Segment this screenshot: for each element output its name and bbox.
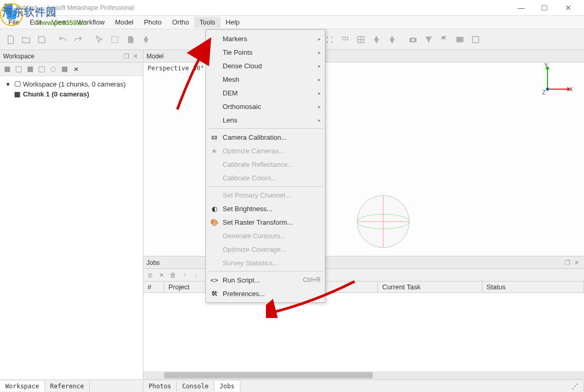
menu-set-raster-transform[interactable]: 🎨Set Raster Transform...: [206, 215, 325, 229]
menu-set-brightness[interactable]: ◐Set Brightness...: [206, 202, 325, 215]
menu-file[interactable]: File: [3, 17, 25, 28]
ws-tool-5[interactable]: [48, 64, 58, 75]
ws-tool-3[interactable]: [25, 64, 35, 75]
menu-preferences[interactable]: 🛠Preferences...: [206, 287, 325, 300]
view-solid-button[interactable]: [369, 32, 384, 47]
tree-chunk-label: Chunk 1 (0 cameras): [23, 90, 89, 98]
tree-root-label: Workspace (1 chunks, 0 cameras): [23, 80, 126, 88]
tab-photos[interactable]: Photos: [143, 381, 177, 391]
view-mesh-button[interactable]: [354, 32, 368, 47]
palette-icon: 🎨: [210, 218, 218, 226]
pointer-tool[interactable]: [92, 32, 106, 47]
svg-rect-21: [62, 66, 68, 72]
menu-ortho[interactable]: Ortho: [167, 17, 194, 28]
jobs-down-button[interactable]: ↓: [191, 271, 201, 280]
titlebar: Untitled — Agisoft Metashape Professiona…: [0, 0, 584, 16]
undo-button[interactable]: [55, 32, 70, 47]
menu-orthomosaic[interactable]: Orthomosaic▸: [206, 100, 325, 113]
camera-button[interactable]: [406, 32, 420, 47]
svg-rect-16: [5, 66, 10, 72]
menu-help[interactable]: Help: [221, 17, 245, 28]
navball[interactable]: [355, 193, 412, 250]
col-status[interactable]: Status: [482, 281, 584, 292]
redo-button[interactable]: [71, 32, 86, 47]
svg-point-13: [412, 39, 415, 41]
menu-edit[interactable]: Edit: [25, 17, 46, 28]
rotate-tool[interactable]: [139, 32, 153, 47]
jobs-cancel-button[interactable]: ✕: [157, 271, 166, 280]
statusbar: Workspace Reference Photos Console Jobs …: [0, 379, 584, 392]
tab-reference[interactable]: Reference: [45, 381, 90, 391]
jobs-scrollbar[interactable]: [143, 371, 584, 379]
panel-close-button[interactable]: ✕: [131, 52, 140, 60]
ws-tool-4[interactable]: [36, 64, 47, 75]
menu-model[interactable]: Model: [110, 17, 139, 28]
svg-rect-17: [16, 66, 22, 72]
col-num[interactable]: #: [143, 281, 164, 292]
menu-dem[interactable]: DEM▸: [206, 86, 325, 100]
svg-point-11: [347, 39, 348, 40]
menu-lens[interactable]: Lens▸: [206, 113, 325, 127]
window-title: Untitled — Agisoft Metashape Professiona…: [16, 4, 509, 11]
svg-point-35: [213, 137, 215, 139]
menu-markers[interactable]: Markers▸: [206, 32, 325, 45]
menu-mesh[interactable]: Mesh▸: [206, 72, 325, 86]
menu-dense-cloud[interactable]: Dense Cloud▸: [206, 59, 325, 72]
script-icon: <>: [210, 276, 218, 284]
region-button[interactable]: [468, 32, 483, 47]
jobs-close-button[interactable]: ✕: [573, 259, 581, 267]
view-dense-button[interactable]: [338, 32, 352, 47]
app-icon: [4, 4, 13, 12]
ws-tool-6[interactable]: [59, 64, 70, 75]
jobs-delete-button[interactable]: 🗑: [168, 271, 178, 280]
chunk-icon: ▦: [14, 90, 21, 98]
maximize-button[interactable]: ☐: [533, 0, 556, 16]
rect-select-tool[interactable]: [107, 32, 122, 47]
menu-tie-points[interactable]: Tie Points▸: [206, 45, 325, 59]
tree-root[interactable]: ▾ 🖵 Workspace (1 chunks, 0 cameras): [2, 79, 141, 89]
workspace-icon: 🖵: [14, 80, 21, 88]
ws-tool-7[interactable]: ✕: [71, 64, 81, 75]
svg-point-8: [347, 36, 348, 38]
tab-console[interactable]: Console: [177, 381, 214, 391]
ws-tool-2[interactable]: [14, 64, 24, 75]
minimize-button[interactable]: —: [509, 0, 533, 16]
workspace-title: Workspace: [3, 53, 34, 60]
svg-text:Y: Y: [544, 63, 548, 68]
new-button[interactable]: [3, 32, 18, 47]
image-button[interactable]: [453, 32, 467, 47]
menu-photo[interactable]: Photo: [139, 17, 167, 28]
menu-calibrate-colors: Calibrate Colors...: [206, 171, 325, 185]
svg-rect-18: [28, 66, 33, 72]
menu-view[interactable]: View: [46, 17, 71, 28]
jobs-up-button[interactable]: ↑: [180, 271, 189, 280]
view-textured-button[interactable]: [385, 32, 399, 47]
menu-camera-calibration[interactable]: Camera Calibration...: [206, 130, 325, 144]
svg-point-10: [345, 39, 346, 40]
tab-jobs[interactable]: Jobs: [214, 381, 240, 391]
move-tool[interactable]: [123, 32, 138, 47]
open-button[interactable]: [19, 32, 33, 47]
ws-tool-1[interactable]: [2, 64, 13, 75]
star-icon: ★: [210, 147, 218, 155]
col-task[interactable]: Current Task: [378, 281, 482, 292]
tab-workspace[interactable]: Workspace: [0, 381, 45, 391]
jobs-stop-button[interactable]: ⊘: [145, 271, 155, 280]
menu-optimize-coverage: Optimize Coverage...: [206, 242, 325, 256]
axis-gizmo: X Y Z: [542, 63, 574, 94]
flag-button[interactable]: [437, 32, 452, 47]
jobs-title: Jobs: [147, 259, 160, 266]
tree-chunk[interactable]: ▦ Chunk 1 (0 cameras): [2, 89, 141, 99]
svg-point-30: [546, 88, 549, 91]
menu-workflow[interactable]: Workflow: [71, 17, 110, 28]
menu-tools[interactable]: Tools: [194, 17, 220, 28]
menu-run-script[interactable]: <>Run Script...Ctrl+R: [206, 273, 325, 287]
workspace-tree[interactable]: ▾ 🖵 Workspace (1 chunks, 0 cameras) ▦ Ch…: [0, 76, 143, 379]
save-button[interactable]: [34, 32, 49, 47]
close-button[interactable]: ✕: [556, 0, 580, 16]
svg-rect-14: [456, 36, 464, 42]
workspace-toolbar: ✕: [0, 63, 143, 76]
markers-button[interactable]: [421, 32, 436, 47]
jobs-float-button[interactable]: ❐: [563, 259, 571, 267]
panel-float-button[interactable]: ❐: [122, 52, 130, 60]
